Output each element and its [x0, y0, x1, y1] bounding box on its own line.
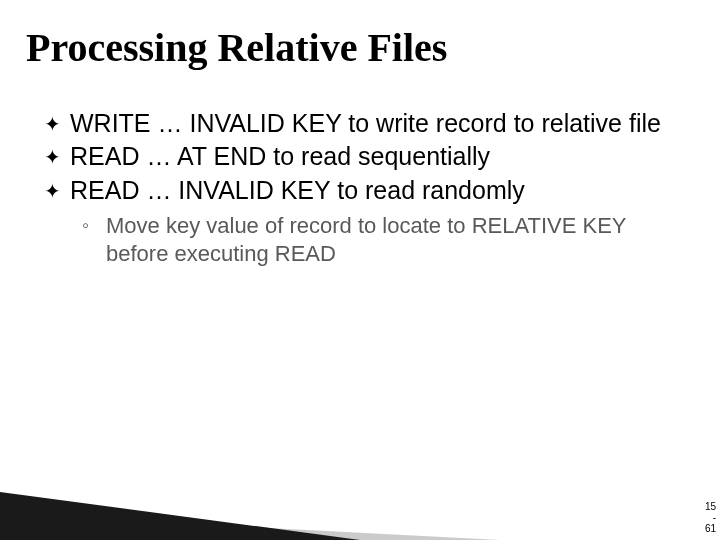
decor-wedge-dark: [0, 492, 360, 540]
slide-body: ✦ WRITE … INVALID KEY to write record to…: [40, 108, 680, 271]
page-sep: -: [713, 512, 716, 523]
page-num: 61: [705, 523, 716, 534]
slide: Processing Relative Files ✦ WRITE … INVA…: [0, 0, 720, 540]
bullet-icon: ✦: [44, 141, 61, 173]
page-chapter: 15: [705, 501, 716, 512]
list-item-text: READ … AT END to read sequentially: [70, 142, 490, 170]
bullet-list: ✦ WRITE … INVALID KEY to write record to…: [40, 108, 680, 269]
sub-list-item-text: Move key value of record to locate to RE…: [106, 213, 626, 267]
list-item: ✦ READ … AT END to read sequentially: [40, 141, 680, 172]
list-item-text: READ … INVALID KEY to read randomly: [70, 176, 525, 204]
list-item: ✦ WRITE … INVALID KEY to write record to…: [40, 108, 680, 139]
bullet-icon: ✦: [44, 108, 61, 140]
sub-bullet-icon: ◦: [82, 212, 89, 238]
list-item-text: WRITE … INVALID KEY to write record to r…: [70, 109, 661, 137]
sub-list: ◦ Move key value of record to locate to …: [80, 212, 680, 269]
sub-list-item: ◦ Move key value of record to locate to …: [80, 212, 680, 269]
page-number: 15 - 61: [705, 501, 716, 534]
bullet-icon: ✦: [44, 175, 61, 207]
list-item: ✦ READ … INVALID KEY to read randomly ◦ …: [40, 175, 680, 269]
slide-title: Processing Relative Files: [26, 24, 447, 71]
